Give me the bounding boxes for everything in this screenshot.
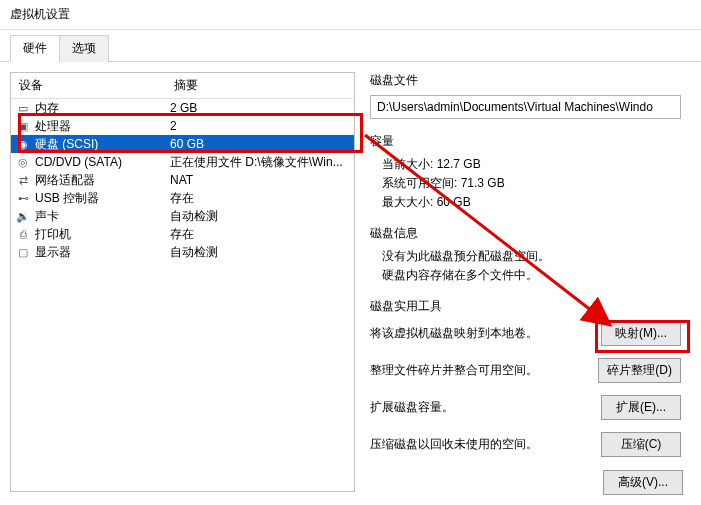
disk-info-title: 磁盘信息	[370, 225, 681, 242]
cpu-icon: ▣	[15, 120, 31, 133]
group-tools: 磁盘实用工具 将该虚拟机磁盘映射到本地卷。 映射(M)... 整理文件碎片并整合…	[370, 298, 681, 457]
group-disk-info: 磁盘信息 没有为此磁盘预分配磁盘空间。 硬盘内容存储在多个文件中。	[370, 225, 681, 284]
device-row[interactable]: ▭内存2 GB	[11, 99, 354, 117]
display-icon: ▢	[15, 246, 31, 259]
capacity-title: 容量	[370, 133, 681, 150]
device-name: 硬盘 (SCSI)	[35, 136, 170, 153]
compact-button[interactable]: 压缩(C)	[601, 432, 681, 457]
usb-icon: ⊷	[15, 192, 31, 205]
device-name: 声卡	[35, 208, 170, 225]
expand-button[interactable]: 扩展(E)...	[601, 395, 681, 420]
group-disk-file: 磁盘文件 D:\Users\admin\Documents\Virtual Ma…	[370, 72, 681, 119]
defrag-button[interactable]: 碎片整理(D)	[598, 358, 681, 383]
header-summary: 摘要	[166, 73, 354, 98]
disk-file-path[interactable]: D:\Users\admin\Documents\Virtual Machine…	[370, 95, 681, 119]
map-button[interactable]: 映射(M)...	[601, 321, 681, 346]
device-name: 网络适配器	[35, 172, 170, 189]
disk-info-line2: 硬盘内容存储在多个文件中。	[382, 267, 681, 284]
disk-icon: ◉	[15, 138, 31, 151]
device-summary: 存在	[170, 190, 350, 207]
compact-desc: 压缩磁盘以回收未使用的空间。	[370, 436, 601, 453]
device-name: 显示器	[35, 244, 170, 261]
device-summary: 自动检测	[170, 208, 350, 225]
disk-info-line1: 没有为此磁盘预分配磁盘空间。	[382, 248, 681, 265]
device-row[interactable]: ⊷USB 控制器存在	[11, 189, 354, 207]
device-name: USB 控制器	[35, 190, 170, 207]
capacity-max: 最大大小: 60 GB	[382, 194, 681, 211]
advanced-button[interactable]: 高级(V)...	[603, 470, 683, 495]
device-summary: 存在	[170, 226, 350, 243]
defrag-desc: 整理文件碎片并整合可用空间。	[370, 362, 598, 379]
device-row[interactable]: ⎙打印机存在	[11, 225, 354, 243]
tab-hardware[interactable]: 硬件	[10, 35, 60, 62]
cd-icon: ◎	[15, 156, 31, 169]
expand-desc: 扩展磁盘容量。	[370, 399, 601, 416]
device-row[interactable]: ⇄网络适配器NAT	[11, 171, 354, 189]
device-name: 处理器	[35, 118, 170, 135]
window-title: 虚拟机设置	[0, 0, 701, 30]
device-summary: 2	[170, 119, 350, 133]
tools-title: 磁盘实用工具	[370, 298, 681, 315]
device-summary: 自动检测	[170, 244, 350, 261]
device-row[interactable]: 🔉声卡自动检测	[11, 207, 354, 225]
device-row[interactable]: ◎CD/DVD (SATA)正在使用文件 D:\镜像文件\Win...	[11, 153, 354, 171]
device-summary: 2 GB	[170, 101, 350, 115]
device-name: 内存	[35, 100, 170, 117]
tab-options[interactable]: 选项	[59, 35, 109, 62]
list-header: 设备 摘要	[11, 73, 354, 99]
device-summary: 正在使用文件 D:\镜像文件\Win...	[170, 154, 350, 171]
disk-file-title: 磁盘文件	[370, 72, 681, 89]
memory-icon: ▭	[15, 102, 31, 115]
device-name: 打印机	[35, 226, 170, 243]
device-row[interactable]: ▢显示器自动检测	[11, 243, 354, 261]
device-summary: NAT	[170, 173, 350, 187]
capacity-current: 当前大小: 12.7 GB	[382, 156, 681, 173]
header-device: 设备	[11, 73, 166, 98]
device-row[interactable]: ◉硬盘 (SCSI)60 GB	[11, 135, 354, 153]
device-row[interactable]: ▣处理器2	[11, 117, 354, 135]
sound-icon: 🔉	[15, 210, 31, 223]
device-list: 设备 摘要 ▭内存2 GB▣处理器2◉硬盘 (SCSI)60 GB◎CD/DVD…	[10, 72, 355, 492]
tabs: 硬件 选项	[0, 30, 701, 62]
device-summary: 60 GB	[170, 137, 350, 151]
net-icon: ⇄	[15, 174, 31, 187]
group-capacity: 容量 当前大小: 12.7 GB 系统可用空间: 71.3 GB 最大大小: 6…	[370, 133, 681, 211]
map-desc: 将该虚拟机磁盘映射到本地卷。	[370, 325, 601, 342]
device-name: CD/DVD (SATA)	[35, 155, 170, 169]
capacity-free: 系统可用空间: 71.3 GB	[382, 175, 681, 192]
printer-icon: ⎙	[15, 228, 31, 240]
